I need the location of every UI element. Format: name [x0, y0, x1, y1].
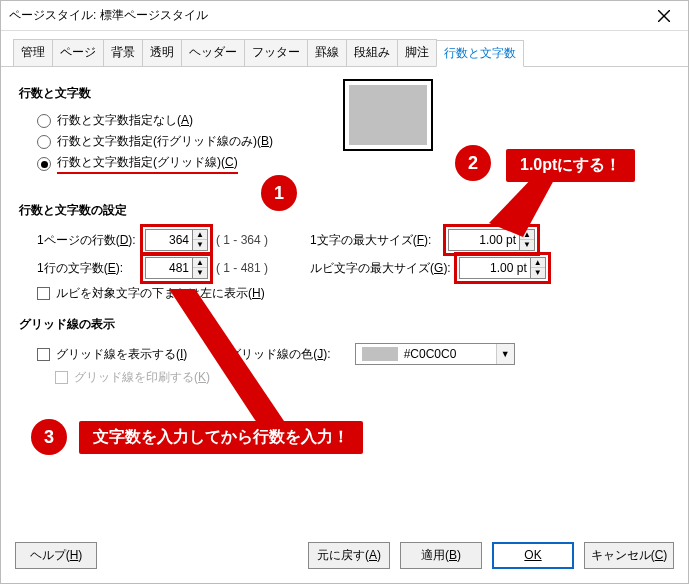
max-ruby-size-label: ルビ文字の最大サイズ(G):: [310, 260, 451, 277]
tab-footer[interactable]: フッター: [244, 39, 308, 66]
tab-footnote[interactable]: 脚注: [397, 39, 437, 66]
page-preview: [343, 79, 433, 151]
spin-up[interactable]: ▲: [193, 258, 207, 268]
lines-range: ( 1 - 364 ): [216, 233, 268, 247]
chars-range: ( 1 - 481 ): [216, 261, 268, 275]
checkbox-icon: [37, 287, 50, 300]
radio-lines-only-label: 行数と文字数指定(行グリッド線のみ)(B): [57, 133, 273, 150]
chars-per-line-input[interactable]: [145, 257, 193, 279]
tab-borders[interactable]: 罫線: [307, 39, 347, 66]
reset-button[interactable]: 元に戻す(A): [308, 542, 390, 569]
chars-per-line-label: 1行の文字数(E):: [37, 260, 137, 277]
max-ruby-size-input[interactable]: [459, 257, 531, 279]
annotation-badge-3: 3: [31, 419, 67, 455]
radio-grid-label: 行数と文字数指定(グリッド線)(C): [57, 154, 238, 174]
close-button[interactable]: [642, 2, 686, 30]
annotation-badge-2: 2: [455, 145, 491, 181]
annotation-callout-2: 文字数を入力してから行数を入力！: [79, 421, 363, 454]
spin-down[interactable]: ▼: [193, 240, 207, 250]
section-settings-title: 行数と文字数の設定: [19, 202, 670, 219]
tab-header[interactable]: ヘッダー: [181, 39, 245, 66]
tab-transparency[interactable]: 透明: [142, 39, 182, 66]
spin-up[interactable]: ▲: [193, 230, 207, 240]
radio-icon: [37, 135, 51, 149]
spin-down[interactable]: ▼: [520, 240, 534, 250]
max-char-size-label: 1文字の最大サイズ(F):: [310, 232, 440, 249]
tab-columns[interactable]: 段組み: [346, 39, 398, 66]
annotation-arrow-2: [169, 289, 299, 429]
spin-down[interactable]: ▼: [531, 268, 545, 278]
spin-up[interactable]: ▲: [531, 258, 545, 268]
spin-down[interactable]: ▼: [193, 268, 207, 278]
svg-marker-3: [169, 289, 284, 429]
color-swatch: [362, 347, 398, 361]
tab-manage[interactable]: 管理: [13, 39, 53, 66]
checkbox-icon-disabled: [55, 371, 68, 384]
title-bar: ページスタイル: 標準ページスタイル: [1, 1, 688, 31]
max-ruby-size-field[interactable]: ▲▼: [459, 257, 546, 279]
help-button[interactable]: ヘルプ(H): [15, 542, 97, 569]
grid-color-combo[interactable]: #C0C0C0 ▼: [355, 343, 515, 365]
print-grid-row: グリッド線を印刷する(K): [55, 369, 670, 386]
ok-button[interactable]: OK: [492, 542, 574, 569]
chars-per-line-field[interactable]: ▲▼: [145, 257, 208, 279]
apply-button[interactable]: 適用(B): [400, 542, 482, 569]
checkbox-icon: [37, 348, 50, 361]
page-content: 行数と文字数 行数と文字数指定なし(A) 行数と文字数指定(行グリッド線のみ)(…: [1, 67, 688, 404]
tab-background[interactable]: 背景: [103, 39, 143, 66]
radio-icon-checked: [37, 157, 51, 171]
section-display-title: グリッド線の表示: [19, 316, 670, 333]
annotation-badge-1: 1: [261, 175, 297, 211]
tab-strip: 管理 ページ 背景 透明 ヘッダー フッター 罫線 段組み 脚注 行数と文字数: [1, 31, 688, 67]
chevron-down-icon[interactable]: ▼: [496, 344, 514, 364]
grid-color-value: #C0C0C0: [404, 347, 457, 361]
cancel-button[interactable]: キャンセル(C): [584, 542, 674, 569]
radio-no-grid-label: 行数と文字数指定なし(A): [57, 112, 193, 129]
lines-per-page-field[interactable]: ▲▼: [145, 229, 208, 251]
close-icon: [658, 10, 670, 22]
show-grid[interactable]: グリッド線を表示する(I): [56, 346, 187, 363]
tab-text-grid[interactable]: 行数と文字数: [436, 40, 524, 67]
dialog-buttons: ヘルプ(H) 元に戻す(A) 適用(B) OK キャンセル(C): [15, 542, 674, 569]
ruby-below-row[interactable]: ルビを対象文字の下または左に表示(H): [37, 285, 670, 302]
lines-per-page-input[interactable]: [145, 229, 193, 251]
lines-per-page-label: 1ページの行数(D):: [37, 232, 137, 249]
tab-page[interactable]: ページ: [52, 39, 104, 66]
annotation-callout-1: 1.0ptにする！: [506, 149, 635, 182]
radio-icon: [37, 114, 51, 128]
page-preview-inner: [349, 85, 427, 145]
window-title: ページスタイル: 標準ページスタイル: [9, 7, 208, 24]
